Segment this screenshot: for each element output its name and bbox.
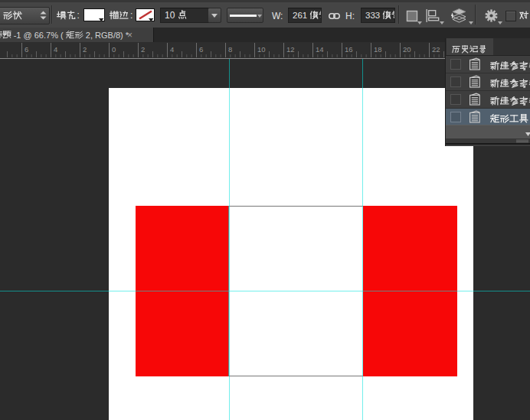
- svg-text:0: 0: [112, 45, 116, 54]
- svg-text:4: 4: [54, 45, 57, 54]
- svg-text:4: 4: [170, 45, 174, 54]
- svg-text:18: 18: [374, 45, 382, 54]
- svg-text:8: 8: [228, 45, 232, 54]
- svg-text:20: 20: [403, 45, 411, 54]
- svg-text:16: 16: [345, 45, 353, 54]
- svg-text:12: 12: [286, 45, 295, 54]
- svg-text:6: 6: [25, 45, 28, 54]
- svg-text:6: 6: [199, 45, 203, 54]
- svg-text:14: 14: [316, 45, 324, 54]
- svg-text:22: 22: [432, 45, 440, 54]
- svg-text:2: 2: [83, 45, 87, 54]
- svg-text:10: 10: [257, 45, 266, 54]
- svg-text:2: 2: [141, 45, 145, 54]
